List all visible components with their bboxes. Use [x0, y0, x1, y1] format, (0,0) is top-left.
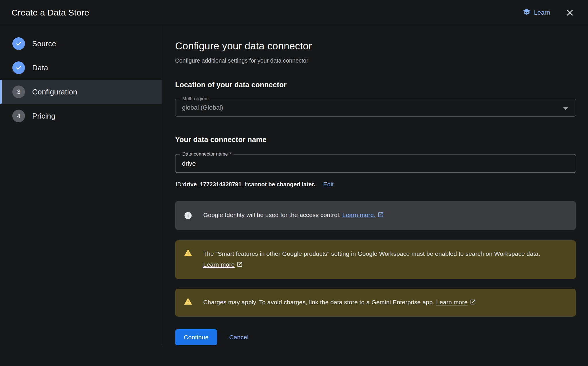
step-configuration-label: Configuration	[32, 88, 77, 96]
step-pricing[interactable]: 4 Pricing	[0, 104, 162, 128]
step-number-icon: 3	[12, 86, 25, 98]
id-middle: . It	[241, 181, 248, 188]
connector-name-input[interactable]	[175, 154, 576, 173]
edit-id-button[interactable]: Edit	[323, 181, 334, 188]
header-actions: Learn	[523, 8, 575, 18]
connector-id-line: ID: drive_1772314328791. It cannot be ch…	[176, 181, 576, 188]
dialog-header: Create a Data Store Learn	[0, 0, 588, 25]
external-link-icon[interactable]	[237, 260, 243, 271]
connector-name-field-wrapper: Data connector name *	[175, 154, 576, 173]
multi-region-select-label: Multi-region	[180, 96, 210, 101]
step-complete-icon	[12, 37, 25, 50]
graduation-cap-icon	[523, 8, 531, 18]
warning-icon	[184, 249, 192, 257]
active-step-accent	[0, 80, 2, 104]
dialog-title: Create a Data Store	[11, 8, 89, 18]
close-icon[interactable]	[565, 8, 575, 18]
location-section-heading: Location of your data connector	[175, 81, 576, 89]
identity-info-text: Google Identity will be used for the acc…	[203, 210, 384, 221]
chevron-down-icon	[563, 107, 568, 110]
multi-region-select[interactable]: Multi-region global (Global)	[175, 99, 576, 117]
step-complete-icon	[12, 61, 25, 74]
main-panel: Configure your data connector Configure …	[162, 25, 588, 366]
step-source[interactable]: Source	[0, 32, 162, 56]
smart-features-warning-text: The "Smart features in other Google prod…	[203, 248, 567, 271]
create-data-store-dialog: Create a Data Store Learn	[0, 0, 588, 366]
cancel-button[interactable]: Cancel	[229, 334, 248, 341]
charges-learn-more-link[interactable]: Learn more	[436, 299, 467, 305]
id-note: cannot be changed later.	[248, 181, 315, 188]
dialog-body: Source Data 3 Configuration 4 Prici	[0, 25, 588, 366]
page-subtitle: Configure additional settings for your d…	[175, 57, 576, 64]
continue-button[interactable]: Continue	[175, 329, 217, 345]
step-data[interactable]: Data	[0, 56, 162, 80]
step-number-icon: 4	[12, 110, 25, 122]
identity-info-banner: Google Identity will be used for the acc…	[175, 201, 576, 230]
step-configuration[interactable]: 3 Configuration	[0, 80, 162, 104]
step-pricing-label: Pricing	[32, 112, 55, 121]
id-prefix: ID:	[176, 181, 183, 188]
smart-features-warning-banner: The "Smart features in other Google prod…	[175, 240, 576, 279]
external-link-icon[interactable]	[470, 298, 476, 309]
name-section-heading: Your data connector name	[175, 135, 576, 144]
multi-region-select-value: global (Global)	[175, 104, 223, 111]
form-actions: Continue Cancel	[175, 329, 576, 345]
info-icon	[184, 211, 192, 220]
smart-features-learn-more-link[interactable]: Learn more	[203, 261, 235, 268]
connector-name-field-label: Data connector name *	[180, 152, 233, 157]
warning-icon	[184, 297, 192, 306]
step-data-label: Data	[32, 63, 48, 72]
charges-warning-text: Charges may apply. To avoid charges, lin…	[203, 297, 476, 309]
page-title: Configure your data connector	[175, 40, 576, 52]
id-value: drive_1772314328791	[183, 181, 242, 188]
charges-warning-banner: Charges may apply. To avoid charges, lin…	[175, 289, 576, 317]
learn-button[interactable]: Learn	[523, 8, 550, 18]
step-source-label: Source	[32, 39, 56, 48]
identity-learn-more-link[interactable]: Learn more.	[343, 212, 376, 218]
external-link-icon[interactable]	[378, 210, 384, 221]
stepper-sidebar: Source Data 3 Configuration 4 Prici	[0, 25, 162, 345]
learn-button-label: Learn	[534, 9, 550, 16]
